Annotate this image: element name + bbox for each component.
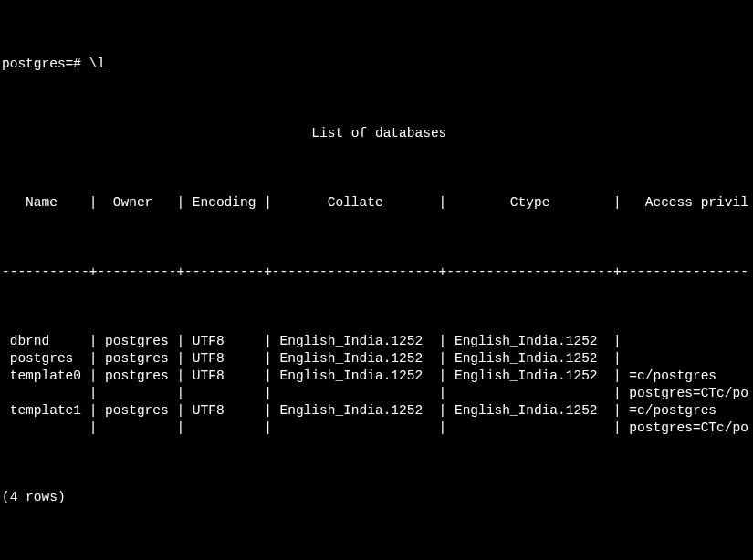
cell-collate bbox=[272, 420, 439, 437]
cell-ctype bbox=[446, 420, 613, 437]
cell-access: postgres=CTc/po bbox=[622, 385, 748, 402]
col-ctype: Ctype bbox=[446, 194, 613, 212]
div-name: ----------- bbox=[2, 264, 89, 281]
col-sep: | bbox=[176, 194, 184, 212]
cell-collate bbox=[272, 385, 439, 402]
col-sep: | bbox=[89, 333, 98, 350]
div-collate: --------------------- bbox=[272, 264, 439, 281]
table-row: template0 | postgres | UTF8 | English_In… bbox=[2, 368, 751, 385]
col-sep: | bbox=[439, 420, 447, 437]
col-sep: | bbox=[264, 368, 272, 385]
col-encoding: Encoding bbox=[184, 194, 264, 212]
div-access: ---------------- bbox=[622, 264, 748, 281]
prompt-command: \l bbox=[89, 56, 105, 73]
col-sep: | bbox=[439, 333, 447, 350]
cell-owner bbox=[97, 385, 176, 402]
col-sep: | bbox=[89, 194, 98, 212]
col-sep: | bbox=[176, 333, 184, 350]
cell-encoding bbox=[184, 385, 264, 402]
col-sep: | bbox=[439, 194, 447, 212]
table-title: List of databases bbox=[2, 125, 751, 142]
cell-encoding bbox=[184, 420, 264, 437]
cell-name bbox=[2, 385, 89, 402]
cell-ctype: English_India.1252 bbox=[446, 350, 613, 368]
col-sep: | bbox=[176, 402, 184, 420]
table-divider-row: -----------+ ----------+ ----------+ ---… bbox=[2, 264, 751, 281]
col-sep: | bbox=[176, 350, 184, 368]
col-sep: | bbox=[613, 333, 622, 350]
col-sep: | bbox=[264, 194, 272, 212]
col-sep: | bbox=[264, 385, 272, 402]
col-sep: | bbox=[613, 194, 622, 212]
div-ctype: --------------------- bbox=[446, 264, 613, 281]
cell-name: postgres bbox=[2, 350, 89, 368]
table-row: template1 | postgres | UTF8 | English_In… bbox=[2, 402, 751, 420]
div-sep: + bbox=[613, 264, 622, 281]
col-sep: | bbox=[613, 385, 622, 402]
cell-collate: English_India.1252 bbox=[272, 350, 439, 368]
cell-access: =c/postgres bbox=[622, 368, 716, 385]
prompt-prefix: postgres=# bbox=[2, 56, 89, 73]
col-sep: | bbox=[176, 368, 184, 385]
col-sep: | bbox=[176, 420, 184, 437]
cell-owner bbox=[97, 420, 176, 437]
div-encoding: ---------- bbox=[184, 264, 264, 281]
cell-access bbox=[622, 333, 630, 350]
cell-collate: English_India.1252 bbox=[272, 368, 439, 385]
cell-owner: postgres bbox=[97, 402, 176, 420]
div-sep: + bbox=[439, 264, 447, 281]
table-header-row: Name | Owner | Encoding | Collate | Ctyp… bbox=[2, 194, 751, 212]
table-footer: (4 rows) bbox=[2, 489, 751, 506]
col-sep: | bbox=[89, 420, 98, 437]
cell-name: template0 bbox=[2, 368, 89, 385]
col-sep: | bbox=[89, 385, 98, 402]
cell-access: =c/postgres bbox=[622, 402, 716, 420]
col-name: Name bbox=[2, 194, 89, 212]
div-sep: + bbox=[176, 264, 184, 281]
table-row: postgres | postgres | UTF8 | English_Ind… bbox=[2, 350, 751, 368]
cell-collate: English_India.1252 bbox=[272, 333, 439, 350]
col-sep: | bbox=[613, 350, 622, 368]
col-sep: | bbox=[89, 368, 98, 385]
cell-access bbox=[622, 350, 630, 368]
cell-name: template1 bbox=[2, 402, 89, 420]
cell-ctype bbox=[446, 385, 613, 402]
prompt-line-1: postgres=# \l bbox=[2, 56, 751, 73]
cell-collate: English_India.1252 bbox=[272, 402, 439, 420]
cell-ctype: English_India.1252 bbox=[446, 402, 613, 420]
col-sep: | bbox=[613, 420, 622, 437]
col-sep: | bbox=[89, 402, 98, 420]
col-sep: | bbox=[264, 350, 272, 368]
cell-encoding: UTF8 bbox=[184, 350, 264, 368]
col-sep: | bbox=[264, 402, 272, 420]
col-sep: | bbox=[89, 350, 98, 368]
cell-encoding: UTF8 bbox=[184, 333, 264, 350]
cell-ctype: English_India.1252 bbox=[446, 368, 613, 385]
cell-name bbox=[2, 420, 89, 437]
cell-encoding: UTF8 bbox=[184, 368, 264, 385]
col-owner: Owner bbox=[97, 194, 176, 212]
div-owner: ---------- bbox=[97, 264, 176, 281]
col-sep: | bbox=[439, 402, 447, 420]
col-sep: | bbox=[176, 385, 184, 402]
div-sep: + bbox=[89, 264, 98, 281]
col-sep: | bbox=[613, 368, 622, 385]
col-collate: Collate bbox=[272, 194, 439, 212]
col-sep: | bbox=[264, 333, 272, 350]
cell-access: postgres=CTc/po bbox=[622, 420, 748, 437]
cell-ctype: English_India.1252 bbox=[446, 333, 613, 350]
col-sep: | bbox=[439, 350, 447, 368]
table-body: dbrnd | postgres | UTF8 | English_India.… bbox=[2, 333, 751, 437]
cell-name: dbrnd bbox=[2, 333, 89, 350]
col-sep: | bbox=[264, 420, 272, 437]
cell-owner: postgres bbox=[97, 368, 176, 385]
col-sep: | bbox=[439, 385, 447, 402]
cell-owner: postgres bbox=[97, 333, 176, 350]
terminal-window[interactable]: postgres=# \l List of databases Name | O… bbox=[0, 0, 753, 560]
table-row: | | | | | postgres=CTc/po bbox=[2, 420, 751, 437]
col-sep: | bbox=[439, 368, 447, 385]
table-row: | | | | | postgres=CTc/po bbox=[2, 385, 751, 402]
col-access: Access privil bbox=[622, 194, 748, 212]
cell-owner: postgres bbox=[97, 350, 176, 368]
table-row: dbrnd | postgres | UTF8 | English_India.… bbox=[2, 333, 751, 350]
